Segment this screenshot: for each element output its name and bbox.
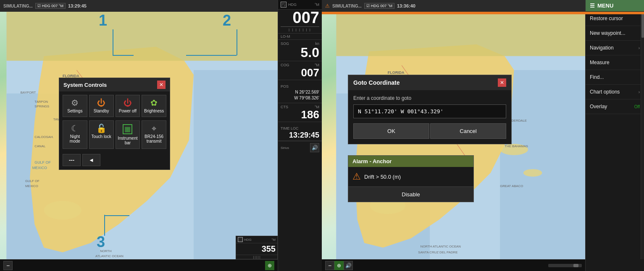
cog-value: 007 — [281, 67, 319, 78]
menu-panel-header: ☰ MENU — [586, 0, 644, 11]
line-2v — [237, 29, 237, 55]
svg-text:BAYPORT: BAYPORT — [21, 91, 36, 94]
menu-item-chart-options[interactable]: Chart options › — [586, 85, 644, 99]
warning-icon-topbar: ⚠ — [325, 3, 330, 9]
small-hdg-value: 355 — [236, 243, 277, 255]
svg-text:THE BAHAMAS: THE BAHAMAS — [505, 144, 528, 148]
left-panel: FLORIDA GULF OF MEXICO BAYPORT TARPON SP… — [0, 0, 322, 271]
cts-label: CTS — [281, 105, 288, 109]
small-instr-header: ☑ HDG °M — [236, 236, 277, 243]
sog-value: 5.0 — [281, 46, 319, 59]
speaker-button-right[interactable]: 🔊 — [344, 261, 353, 270]
sirius-label: Sirius — [281, 146, 289, 150]
small-instr-checkbox: ☑ — [238, 237, 243, 242]
power-off-label: Power off — [119, 109, 137, 113]
goto-cancel-button[interactable]: Cancel — [430, 123, 506, 139]
svg-text:SANTA CRUZ DEL PADRE: SANTA CRUZ DEL PADRE — [418, 250, 457, 254]
measure-label: Measure — [590, 60, 610, 65]
new-waypoint-label: New waypoint... — [590, 30, 626, 36]
bottom-scroll-indicator[interactable] — [548, 264, 582, 267]
menu-item-overlay[interactable]: Overlay Off — [586, 99, 644, 114]
svg-text:GREAT ABACO: GREAT ABACO — [500, 184, 523, 188]
top-bar-right-content: ⚠ SIMULATING... ☑ HDG 007 °M 13:36:40 — [325, 3, 613, 9]
svg-text:ATLANTIC OCEAN: ATLANTIC OCEAN — [95, 254, 124, 258]
speaker-icon-right: 🔊 — [345, 263, 352, 268]
controls-bottom: --- ◄ — [59, 152, 170, 169]
system-controls-close[interactable]: ✕ — [157, 81, 166, 89]
goto-title: Goto Coordinate — [353, 79, 400, 86]
goto-coordinate-input[interactable]: N 51°11.720' W 001°43.329' — [353, 104, 506, 118]
compass-scale: | | | | | | | — [278, 26, 322, 34]
time-block: TIME LOC 13:29:45 — [278, 122, 322, 141]
brightness-sun-icon: ✿ — [150, 99, 158, 107]
gps-icon-left: ⊕ — [268, 263, 272, 268]
moon-icon: ☾ — [71, 124, 79, 133]
instrument-bar-button[interactable]: ▦ Instrument bar — [116, 120, 140, 149]
lock-icon: 🔓 — [96, 124, 107, 133]
checkbox-icon-left: ☑ — [37, 4, 41, 8]
arrow-label: ◄ — [89, 157, 94, 163]
arrow-button[interactable]: ◄ — [82, 154, 100, 166]
pos-lat: N 26°22.569' — [281, 89, 319, 95]
power-off-button[interactable]: ⏻ Power off — [116, 95, 140, 117]
navigation-label: Navigation — [590, 45, 614, 51]
brightness-label: Brightness — [144, 109, 164, 113]
goto-close-icon: ✕ — [500, 80, 504, 86]
system-controls-title: System Controls — [63, 82, 107, 88]
standby-power-icon: ⏻ — [97, 99, 105, 107]
gps-button-left[interactable]: ⊕ — [265, 261, 274, 270]
restore-cursor-label: Restore cursor — [590, 16, 623, 21]
svg-text:MEXICO: MEXICO — [32, 166, 47, 170]
menu-item-navigation[interactable]: Navigation › — [586, 41, 644, 55]
svg-text:TARPON: TARPON — [34, 100, 48, 104]
overlay-label: Overlay — [590, 104, 607, 109]
goto-ok-button[interactable]: OK — [353, 123, 429, 139]
main-container: FLORIDA GULF OF MEXICO BAYPORT TARPON SP… — [0, 0, 644, 271]
svg-text:GULF OF: GULF OF — [34, 160, 51, 164]
brightness-button[interactable]: ✿ Brightness — [142, 95, 166, 117]
goto-close-button[interactable]: ✕ — [498, 78, 506, 87]
zoom-minus-button-right[interactable]: − — [325, 261, 334, 270]
svg-text:MEXICO: MEXICO — [25, 184, 38, 188]
menu-item-measure[interactable]: Measure — [586, 55, 644, 70]
gps-button-right[interactable]: ⊕ — [334, 261, 344, 270]
alarm-anchor-dialog: Alarm - Anchor ⚠ Drift > 50.0 (m) Disabl… — [348, 155, 474, 202]
menu-scrollbar-thumb[interactable] — [641, 13, 644, 38]
alarm-disable-button[interactable]: Disable — [348, 187, 473, 202]
standby-button[interactable]: ⏻ Standby — [89, 95, 114, 117]
gps-icon-right: ⊕ — [337, 263, 341, 268]
dots-button[interactable]: --- — [63, 154, 81, 166]
small-hdg-label: HDG — [244, 238, 252, 242]
br24-transmit-button[interactable]: ⌖ BR24-156 transmit — [142, 120, 166, 149]
cog-block: COG °M 007 — [278, 61, 322, 80]
number-label-1: 1 — [99, 12, 107, 29]
zoom-minus-button-left[interactable]: − — [3, 261, 13, 270]
goto-dialog-body: Enter a coordinate to goto N 51°11.720' … — [348, 90, 511, 144]
speaker-button-instr[interactable]: 🔊 — [310, 143, 319, 152]
line-1h — [113, 55, 134, 56]
menu-item-find[interactable]: Find... — [586, 70, 644, 85]
line-1v — [113, 29, 113, 55]
touch-lock-button[interactable]: 🔓 Touch lock — [89, 120, 114, 149]
zoom-minus-icon-left: − — [6, 262, 10, 269]
bottom-bar-right: − ⊕ 🔊 — [322, 259, 585, 271]
settings-button[interactable]: ⚙ Settings — [63, 95, 87, 117]
night-mode-button[interactable]: ☾ Night mode — [63, 120, 87, 149]
sog-label: SOG — [281, 42, 289, 46]
hdg-label-right: HDG 007 °M — [371, 4, 392, 8]
alarm-header: Alarm - Anchor — [348, 156, 473, 167]
settings-label: Settings — [67, 109, 82, 113]
menu-scrollbar[interactable] — [641, 12, 644, 259]
small-hdg-unit: °M — [271, 238, 276, 242]
goto-dialog-buttons: OK Cancel — [353, 123, 506, 139]
chart-options-arrow: › — [639, 90, 640, 94]
simulating-label-left: SIMULATING... — [3, 4, 33, 8]
svg-text:NORTH ATLANTIC OCEAN: NORTH ATLANTIC OCEAN — [421, 245, 461, 248]
svg-text:FLORIDA: FLORIDA — [388, 70, 405, 75]
menu-item-new-waypoint[interactable]: New waypoint... — [586, 26, 644, 41]
power-off-icon: ⏻ — [124, 99, 132, 107]
instr-checkbox: ☑ — [281, 2, 287, 8]
checkbox-icon-right: ☑ — [366, 4, 370, 8]
alarm-body: ⚠ Drift > 50.0 (m) — [348, 167, 473, 187]
menu-panel: ☰ MENU Restore cursor New waypoint... Na… — [585, 0, 644, 271]
